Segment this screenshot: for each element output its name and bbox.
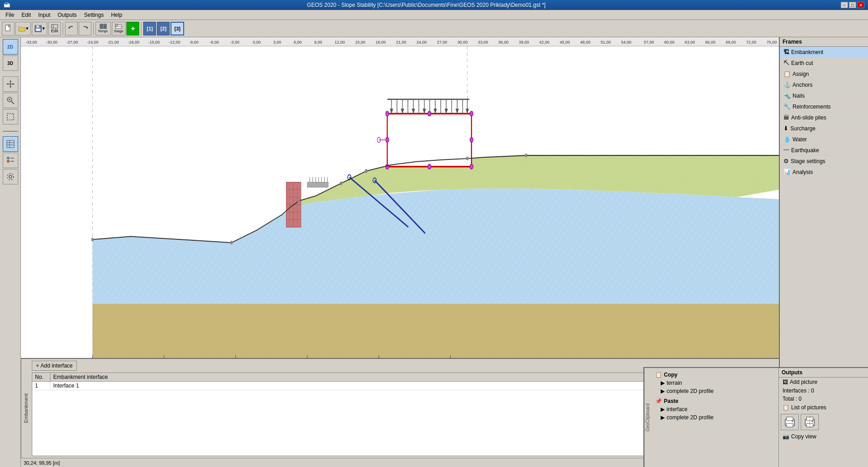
frame-item-stage-settings[interactable]: ⚙ Stage settings	[780, 156, 868, 167]
table-view-button[interactable]	[3, 136, 18, 152]
svg-text:21,00: 21,00	[396, 40, 406, 45]
view-2d-button[interactable]: 2D	[3, 39, 18, 55]
menu-input[interactable]: Input	[35, 11, 54, 19]
menu-outputs[interactable]: Outputs	[54, 11, 80, 19]
edit-button[interactable]: Edit	[48, 22, 61, 35]
new-button[interactable]	[2, 22, 15, 35]
stage2-button[interactable]: [2]	[157, 22, 170, 35]
frame-item-earthquake[interactable]: 〰 Earthquake	[780, 145, 868, 156]
frame-item-analysis[interactable]: 📊 Analysis	[780, 167, 868, 178]
frame-item-reinforcements[interactable]: 🔧 Reinforcements	[780, 101, 868, 112]
svg-text:63,00: 63,00	[685, 40, 695, 45]
frame-item-earthcut[interactable]: ⛏ Earth cut	[780, 58, 868, 69]
paste-complete2d-label: complete 2D profile	[667, 414, 713, 421]
svg-point-36	[7, 174, 14, 180]
earthcut-icon: ⛏	[783, 60, 789, 66]
add-stage-button[interactable]: +	[126, 22, 139, 35]
main-canvas[interactable]	[21, 46, 779, 358]
interfaces-value: 0	[811, 388, 814, 394]
add-picture-label: Add picture	[790, 379, 818, 385]
svg-point-31	[7, 157, 10, 159]
copy-view-button[interactable]: 📷 Copy view	[779, 432, 868, 441]
svg-point-133	[470, 164, 473, 169]
svg-text:66,00: 66,00	[705, 40, 716, 45]
complete2d-arrow-icon: ▶	[661, 388, 665, 394]
menu-bar: File Edit Input Outputs Settings Help	[0, 10, 868, 20]
zoom-tool-button[interactable]	[3, 93, 18, 108]
surcharge-icon: ⬇	[783, 125, 788, 132]
bottom-right-area: GeoClipboard 📋 Copy ▶ terrain ▶ complete…	[643, 367, 868, 467]
frame-item-antipiles[interactable]: 🏛 Anti-slide piles	[780, 112, 868, 123]
svg-rect-93	[307, 182, 328, 187]
svg-text:-18,00: -18,00	[128, 40, 140, 45]
water-icon: 💧	[783, 136, 791, 143]
outputs-panel: Outputs 🖼 Add picture Interfaces : 0 Tot…	[779, 368, 868, 467]
svg-text:0,00: 0,00	[253, 40, 261, 45]
frame-item-water[interactable]: 💧 Water	[780, 134, 868, 145]
svg-point-137	[428, 164, 431, 169]
menu-edit[interactable]: Edit	[18, 11, 35, 19]
svg-point-140	[91, 238, 94, 241]
copy-title[interactable]: 📋 Copy	[653, 371, 776, 379]
menu-help[interactable]: Help	[107, 11, 126, 19]
separator-1	[63, 22, 63, 35]
legend-button[interactable]	[3, 153, 18, 168]
frame-label-reinforcements: Reinforcements	[793, 104, 831, 110]
settings-button[interactable]	[3, 169, 18, 184]
separator-3	[141, 22, 141, 35]
copy-view-icon: 📷	[783, 433, 789, 440]
open-button[interactable]: ▾	[15, 22, 31, 35]
redo-button[interactable]	[79, 22, 91, 35]
svg-text:9,00: 9,00	[314, 40, 322, 45]
select-tool-button[interactable]	[3, 109, 18, 124]
undo-button[interactable]	[65, 22, 78, 35]
canvas-area[interactable]: -33,00 -30,00 -27,00 -24,00 -21,00 -18,0…	[21, 37, 779, 358]
add-picture-button[interactable]: 🖼 Add picture	[779, 378, 868, 387]
svg-rect-156	[792, 421, 793, 422]
stage1-button[interactable]: [1]	[143, 22, 156, 35]
copy-terrain[interactable]: ▶ terrain	[653, 379, 776, 387]
frame-item-embankment[interactable]: 🏗 Embankment	[780, 47, 868, 58]
svg-point-142	[297, 199, 300, 203]
copy-complete-2d[interactable]: ▶ complete 2D profile	[653, 387, 776, 395]
complete2d-label: complete 2D profile	[667, 388, 713, 394]
move-tool-button[interactable]	[3, 76, 18, 92]
list-pictures-button[interactable]: 📋 List of pictures	[779, 403, 868, 412]
add-interface-button[interactable]: + Add interface	[32, 361, 77, 371]
menu-file[interactable]: File	[2, 11, 18, 19]
save-button[interactable]: ▾	[32, 22, 47, 35]
stage3-button[interactable]: [3]	[171, 22, 184, 35]
paste-interface[interactable]: ▶ interface	[653, 405, 776, 413]
template-button[interactable]: Templ.	[95, 22, 111, 35]
svg-point-141	[230, 241, 233, 244]
frame-item-surcharge[interactable]: ⬇ Surcharge	[780, 123, 868, 134]
paste-section: 📌 Paste ▶ interface ▶ complete 2D profil…	[653, 397, 776, 422]
anchors-icon: ⚓	[783, 81, 791, 88]
svg-text:-6,00: -6,00	[210, 40, 219, 45]
title-bar: 🏔 GEOS 2020 - Slope Stability [C:\Users\…	[0, 0, 868, 10]
print-button-1[interactable]	[781, 414, 799, 430]
svg-rect-11	[100, 27, 103, 29]
svg-text:48,00: 48,00	[580, 40, 591, 45]
stage-panel-button[interactable]: Stage	[112, 22, 126, 35]
svg-text:-21,00: -21,00	[107, 40, 119, 45]
menu-settings[interactable]: Settings	[80, 11, 107, 19]
svg-text:27,00: 27,00	[437, 40, 447, 45]
frame-item-assign[interactable]: 📋 Assign	[780, 69, 868, 79]
maximize-button[interactable]: □	[849, 2, 856, 8]
frame-item-anchors[interactable]: ⚓ Anchors	[780, 79, 868, 90]
close-button[interactable]: ✕	[857, 2, 864, 8]
paste-title[interactable]: 📌 Paste	[653, 397, 776, 405]
print-button-2[interactable]	[801, 414, 819, 430]
frame-item-nails[interactable]: 🔩 Nails	[780, 90, 868, 101]
paste-complete-2d[interactable]: ▶ complete 2D profile	[653, 413, 776, 422]
embankment-icon: 🏗	[783, 49, 789, 55]
nails-icon: 🔩	[783, 92, 791, 99]
svg-text:51,00: 51,00	[601, 40, 611, 45]
geology-canvas	[21, 46, 779, 358]
minimize-button[interactable]: −	[841, 2, 848, 8]
ruler-top: -33,00 -30,00 -27,00 -24,00 -21,00 -18,0…	[21, 37, 779, 46]
view-3d-button[interactable]: 3D	[3, 55, 18, 71]
svg-rect-10	[104, 24, 106, 26]
title-bar-icon: 🏔	[4, 1, 10, 9]
